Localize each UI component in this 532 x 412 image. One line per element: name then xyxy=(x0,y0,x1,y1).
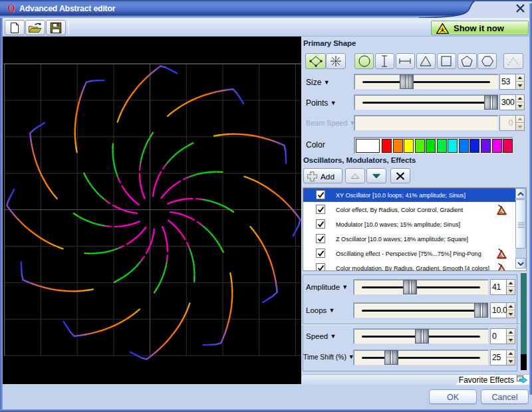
svg-text:Add: Add xyxy=(321,171,334,181)
